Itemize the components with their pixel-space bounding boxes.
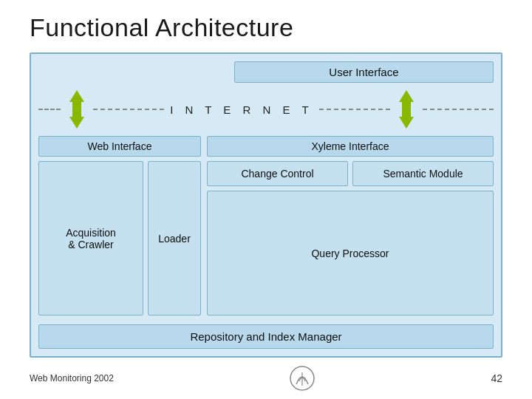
page: Functional Architecture User Interface [0, 0, 532, 399]
footer-left-text: Web Monitoring 2002 [30, 373, 114, 383]
left-dash-short [38, 109, 61, 110]
loader-box: Loader [148, 161, 201, 316]
acq-loader-row: Acquisition & Crawler Loader [38, 161, 201, 316]
right-panel: Xyleme Interface Change Control Semantic… [207, 136, 494, 316]
change-semantic-row: Change Control Semantic Module [207, 161, 494, 186]
svg-marker-0 [69, 90, 84, 102]
user-interface-label: User Interface [234, 61, 494, 83]
footer: Web Monitoring 2002 42 [30, 365, 502, 392]
svg-rect-1 [72, 101, 81, 117]
svg-marker-5 [399, 117, 414, 129]
query-processor-box: Query Processor [207, 191, 494, 316]
web-interface-box: Web Interface [38, 136, 201, 157]
right-arrow [390, 90, 423, 129]
left-arrow [61, 90, 93, 129]
svg-marker-2 [69, 117, 84, 129]
svg-marker-3 [399, 90, 414, 102]
internet-row: I N T E R N E T [38, 90, 494, 129]
architecture-box: User Interface I N T E R N E T [30, 52, 502, 358]
change-control-box: Change Control [207, 161, 348, 186]
repository-bar: Repository and Index Manager [38, 324, 494, 349]
right-dashes [319, 109, 390, 110]
footer-right-text: 42 [491, 372, 502, 384]
internet-label: I N T E R N E T [164, 103, 318, 116]
left-dashes [93, 109, 164, 110]
page-title: Functional Architecture [30, 13, 502, 42]
middle-section: Web Interface Acquisition & Crawler Load… [38, 136, 494, 316]
xyleme-interface-box: Xyleme Interface [207, 136, 494, 157]
semantic-module-box: Semantic Module [352, 161, 494, 186]
svg-rect-4 [402, 101, 411, 117]
acquisition-crawler-box: Acquisition & Crawler [38, 161, 143, 316]
bidirectional-arrow-right-icon [393, 90, 420, 129]
left-panel: Web Interface Acquisition & Crawler Load… [38, 136, 201, 316]
right-end-dashes [423, 109, 494, 110]
bidirectional-arrow-icon [64, 90, 90, 129]
footer-logo-icon [289, 365, 316, 392]
